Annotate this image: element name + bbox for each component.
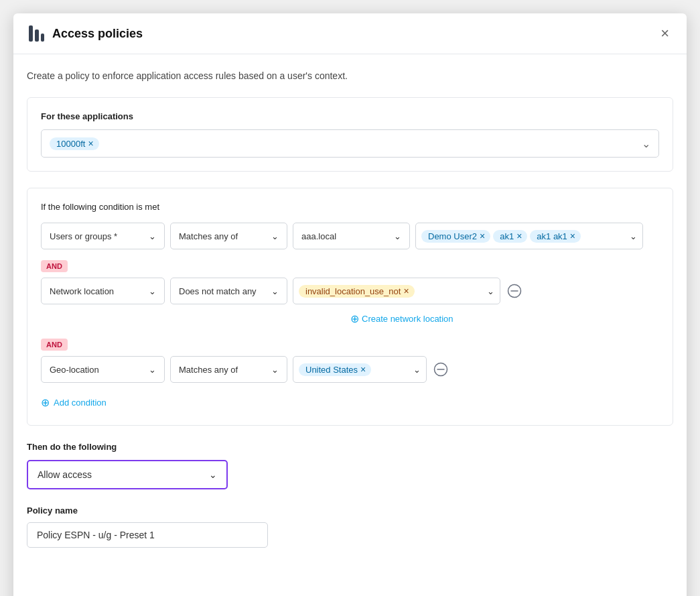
value-tag-remove-invalid[interactable]: × [403, 286, 409, 296]
field-chevron-1: ⌄ [149, 231, 156, 241]
value-tag-label: Demo User2 [428, 231, 477, 241]
values-select-1[interactable]: Demo User2 × ak1 × ak1 ak1 × ⌄ [415, 223, 643, 249]
action-section: Then do the following Allow access ⌄ [27, 442, 673, 489]
value-tag-remove[interactable]: × [480, 231, 485, 241]
app-logo-icon [27, 24, 46, 43]
action-select[interactable]: Allow access ⌄ [27, 460, 228, 489]
condition-row-1: Users or groups * ⌄ Matches any of ⌄ aaa… [41, 223, 659, 249]
domain-chevron-1: ⌄ [394, 231, 401, 241]
values-row-1: Demo User2 × ak1 × ak1 ak1 × [421, 230, 627, 243]
and-badge-2: AND [41, 339, 68, 351]
svg-rect-2 [41, 34, 44, 42]
add-condition-label: Add condition [54, 398, 107, 408]
value-tag-remove-us[interactable]: × [360, 365, 366, 374]
minus-circle-icon [507, 284, 522, 298]
minus-circle-icon-3 [433, 362, 448, 377]
remove-condition-3[interactable] [432, 361, 449, 378]
value-tag-label: United States [305, 365, 358, 375]
applications-label: For these applications [41, 111, 659, 121]
value-tag-united-states: United States × [299, 363, 371, 376]
modal-header: Access policies × [13, 13, 687, 54]
condition-row-3: Geo-location ⌄ Matches any of ⌄ United S… [41, 356, 659, 383]
action-value: Allow access [38, 469, 92, 480]
field-chevron-3: ⌄ [149, 365, 156, 375]
operator-label-3: Matches any of [179, 365, 238, 375]
create-network-row: ⊕ Create network location [41, 310, 659, 328]
values-chevron-1: ⌄ [630, 231, 637, 241]
action-section-label: Then do the following [27, 442, 673, 452]
values-select-2[interactable]: invalid_location_use_not × ⌄ [293, 278, 500, 304]
app-tag-label: 10000ft [56, 139, 85, 149]
operator-label-2: Does not match any [179, 286, 257, 296]
operator-label-1: Matches any of [179, 231, 238, 241]
field-label-1: Users or groups * [50, 231, 117, 241]
field-select-3[interactable]: Geo-location ⌄ [41, 356, 165, 383]
value-tag-label: invalid_location_use_not [305, 286, 401, 296]
domain-select-1[interactable]: aaa.local ⌄ [293, 223, 410, 249]
operator-chevron-3: ⌄ [271, 365, 279, 375]
values-select-3[interactable]: United States × ⌄ [293, 356, 427, 383]
svg-rect-0 [29, 25, 33, 42]
app-tag-remove[interactable]: × [88, 139, 93, 148]
field-select-1[interactable]: Users or groups * ⌄ [41, 223, 165, 249]
policy-name-label: Policy name [27, 505, 673, 516]
value-tag-ak1ak1: ak1 ak1 × [530, 230, 581, 243]
add-condition-plus-icon: ⊕ [41, 396, 50, 409]
condition-section-label: If the following condition is met [41, 202, 659, 212]
app-tag-10000ft: 10000ft × [50, 137, 99, 150]
add-condition-button[interactable]: ⊕ Add condition [41, 394, 107, 412]
value-tag-remove-3[interactable]: × [570, 231, 575, 241]
create-network-label: Create network location [362, 314, 453, 324]
remove-condition-2[interactable] [506, 282, 523, 300]
applications-section: For these applications 10000ft × ⌄ [27, 97, 673, 172]
operator-select-1[interactable]: Matches any of ⌄ [170, 223, 287, 249]
value-tag-demo-user2: Demo User2 × [421, 230, 490, 243]
applications-select[interactable]: 10000ft × ⌄ [41, 129, 659, 158]
value-tag-label: ak1 ak1 [537, 231, 567, 241]
field-select-2[interactable]: Network location ⌄ [41, 278, 165, 304]
subtitle-text: Create a policy to enforce application a… [27, 70, 673, 81]
access-policies-modal: Access policies × Create a policy to enf… [13, 13, 687, 596]
values-chevron-3: ⌄ [413, 365, 421, 375]
modal-body: Create a policy to enforce application a… [13, 54, 687, 564]
and-badge-1: AND [41, 260, 68, 272]
operator-chevron-2: ⌄ [271, 286, 279, 296]
policy-name-input[interactable] [27, 522, 268, 548]
operator-select-2[interactable]: Does not match any ⌄ [170, 278, 287, 304]
header-left: Access policies [27, 24, 143, 43]
domain-label-1: aaa.local [301, 231, 336, 241]
plus-circle-icon: ⊕ [350, 312, 359, 325]
condition-row-2: Network location ⌄ Does not match any ⌄ … [41, 278, 659, 304]
value-tag-remove-2[interactable]: × [516, 231, 522, 241]
policy-name-section: Policy name [27, 505, 673, 548]
field-label-2: Network location [50, 286, 114, 296]
action-chevron-icon: ⌄ [209, 469, 217, 480]
values-row-2: invalid_location_use_not × [299, 285, 484, 298]
operator-select-3[interactable]: Matches any of ⌄ [170, 356, 287, 383]
conditions-section: If the following condition is met Users … [27, 188, 673, 426]
value-tag-ak1: ak1 × [493, 230, 527, 243]
operator-chevron-1: ⌄ [271, 231, 279, 241]
field-label-3: Geo-location [50, 365, 99, 375]
values-chevron-2: ⌄ [487, 286, 494, 296]
create-network-location-button[interactable]: ⊕ Create network location [350, 312, 453, 325]
svg-rect-1 [35, 29, 39, 42]
field-chevron-2: ⌄ [149, 286, 156, 296]
value-tag-label: ak1 [500, 231, 514, 241]
applications-chevron-icon: ⌄ [642, 137, 650, 150]
value-tag-invalid-location: invalid_location_use_not × [299, 285, 415, 298]
selected-apps: 10000ft × [50, 137, 99, 150]
values-row-3: United States × [299, 363, 411, 376]
close-button[interactable]: × [656, 25, 673, 42]
modal-title: Access policies [52, 27, 143, 41]
